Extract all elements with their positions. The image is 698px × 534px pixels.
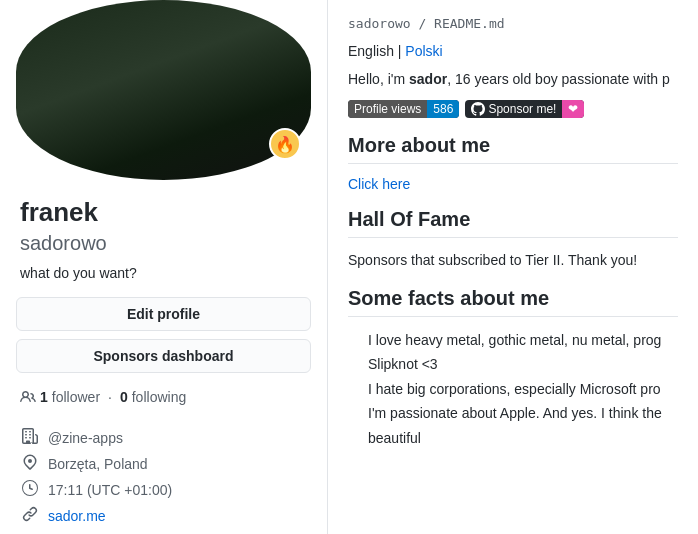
meta-website: sador.me xyxy=(20,503,307,529)
hof-text: Sponsors that subscribed to Tier II. Tha… xyxy=(348,250,678,271)
repo-header-text: sadorowo / README.md xyxy=(348,16,505,31)
badge-sponsor-label: Sponsor me! xyxy=(465,100,562,118)
badge-views-label: Profile views xyxy=(348,100,427,118)
list-item: I'm passionate about Apple. And yes. I t… xyxy=(368,402,678,424)
follow-separator: · xyxy=(108,389,112,405)
people-icon xyxy=(20,389,36,405)
readme-intro: Hello, i'm sador, 16 years old boy passi… xyxy=(348,69,678,90)
username-section: franek sadorowo xyxy=(16,196,311,257)
hof-heading: Hall Of Fame xyxy=(348,208,678,238)
click-here-link[interactable]: Click here xyxy=(348,176,678,192)
list-item: beautiful xyxy=(368,427,678,449)
follower-count: 1 xyxy=(40,389,48,405)
clock-icon xyxy=(20,480,40,500)
more-about-heading: More about me xyxy=(348,134,678,164)
lang-polski-link[interactable]: Polski xyxy=(405,43,442,59)
sponsors-dashboard-button[interactable]: Sponsors dashboard xyxy=(16,339,311,373)
following-label: following xyxy=(132,389,186,405)
list-item: Slipknot <3 xyxy=(368,353,678,375)
sponsor-label: Sponsor me! xyxy=(488,102,556,116)
avatar xyxy=(16,0,311,180)
repo-header: sadorowo / README.md xyxy=(348,16,678,31)
list-item: I hate big corporations, especially Micr… xyxy=(368,378,678,400)
github-icon xyxy=(471,102,485,116)
list-item: I love heavy metal, gothic metal, nu met… xyxy=(368,329,678,351)
location-icon xyxy=(20,454,40,474)
right-panel: sadorowo / README.md English | Polski He… xyxy=(328,0,698,534)
follower-label: follower xyxy=(52,389,100,405)
meta-section: @zine-apps Borzęta, Poland 17:11 (UTC +0… xyxy=(16,421,311,533)
avatar-container: 🔥 xyxy=(16,0,311,180)
meta-org: @zine-apps xyxy=(20,425,307,451)
time-value: 17:11 (UTC +01:00) xyxy=(48,482,172,498)
intro-rest: , 16 years old boy passionate with p xyxy=(447,71,670,87)
sponsor-badge: Sponsor me! ❤ xyxy=(465,100,584,118)
org-value: @zine-apps xyxy=(48,430,123,446)
avatar-badge: 🔥 xyxy=(269,128,301,160)
follow-section: 1 follower · 0 following xyxy=(16,381,311,413)
badge-views-count: 586 xyxy=(427,100,459,118)
profile-views-badge: Profile views 586 xyxy=(348,100,459,118)
meta-time: 17:11 (UTC +01:00) xyxy=(20,477,307,503)
facts-heading: Some facts about me xyxy=(348,287,678,317)
meta-location: Borzęta, Poland xyxy=(20,451,307,477)
badge-emoji: 🔥 xyxy=(275,135,295,154)
badges: Profile views 586 Sponsor me! ❤ xyxy=(348,100,678,118)
location-value: Borzęta, Poland xyxy=(48,456,148,472)
bio: what do you want? xyxy=(20,265,307,281)
login-name: sadorowo xyxy=(20,229,307,257)
lang-english: English xyxy=(348,43,394,59)
facts-list: I love heavy metal, gothic metal, nu met… xyxy=(348,329,678,449)
left-panel: 🔥 franek sadorowo what do you want? Edit… xyxy=(0,0,328,534)
display-name: franek xyxy=(20,196,307,229)
edit-profile-button[interactable]: Edit profile xyxy=(16,297,311,331)
lang-line: English | Polski xyxy=(348,43,678,59)
badge-heart: ❤ xyxy=(562,100,584,118)
intro-text: Hello, i'm xyxy=(348,71,409,87)
website-link[interactable]: sador.me xyxy=(48,508,106,524)
link-icon xyxy=(20,506,40,526)
org-icon xyxy=(20,428,40,448)
following-count: 0 xyxy=(120,389,128,405)
intro-name: sador xyxy=(409,71,447,87)
